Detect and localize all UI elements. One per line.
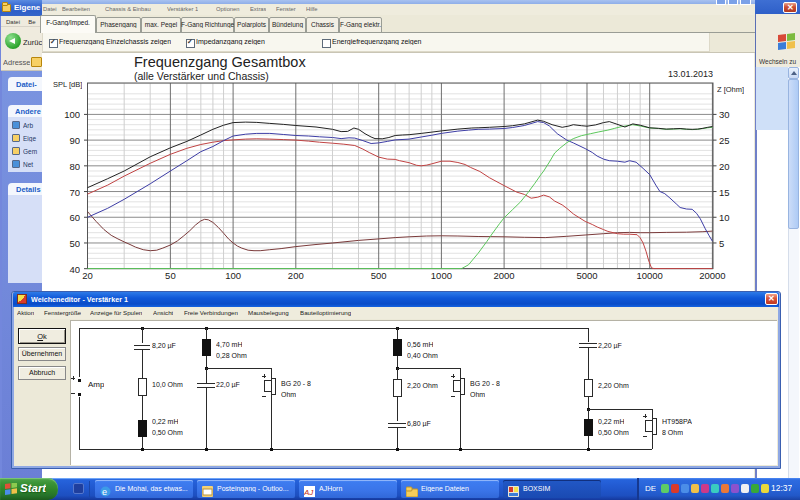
- svg-text:AJ: AJ: [304, 488, 314, 497]
- svg-text:e: e: [102, 487, 107, 497]
